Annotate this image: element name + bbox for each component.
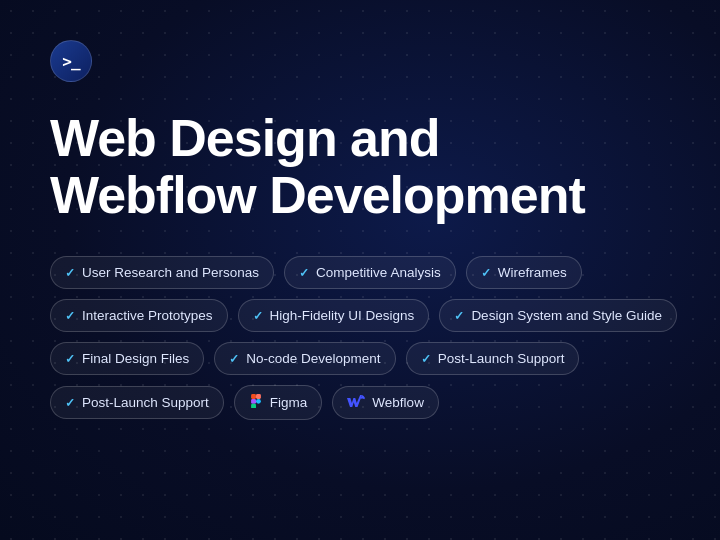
tag-label: Final Design Files — [82, 351, 189, 366]
check-icon: ✓ — [481, 266, 491, 280]
tags-row-0: ✓User Research and Personas✓Competitive … — [50, 256, 670, 289]
check-icon: ✓ — [65, 266, 75, 280]
figma-icon — [249, 394, 263, 411]
tag-item: ✓User Research and Personas — [50, 256, 274, 289]
tag-label: Wireframes — [498, 265, 567, 280]
tag-label: No-code Development — [246, 351, 380, 366]
tag-item: ✓Final Design Files — [50, 342, 204, 375]
tag-label: Design System and Style Guide — [471, 308, 662, 323]
check-icon: ✓ — [253, 309, 263, 323]
tag-item: ✓No-code Development — [214, 342, 395, 375]
tag-label: Competitive Analysis — [316, 265, 441, 280]
check-icon: ✓ — [454, 309, 464, 323]
tag-label: Figma — [270, 395, 308, 410]
tag-label: User Research and Personas — [82, 265, 259, 280]
tag-item: ✓Post-Launch Support — [50, 386, 224, 419]
tag-item: ✓Interactive Prototypes — [50, 299, 228, 332]
check-icon: ✓ — [421, 352, 431, 366]
tag-item: ✓High-Fidelity UI Designs — [238, 299, 430, 332]
tag-label: Post-Launch Support — [438, 351, 565, 366]
logo-icon: >_ — [62, 52, 79, 71]
tag-label: Interactive Prototypes — [82, 308, 213, 323]
main-container: >_ Web Design and Webflow Development ✓U… — [0, 0, 720, 460]
tag-label: Webflow — [372, 395, 424, 410]
svg-rect-1 — [256, 394, 261, 399]
tags-row-1: ✓Interactive Prototypes✓High-Fidelity UI… — [50, 299, 670, 332]
page-title: Web Design and Webflow Development — [50, 110, 670, 224]
tag-item: Webflow — [332, 386, 439, 419]
check-icon: ✓ — [65, 309, 75, 323]
tag-item: ✓Competitive Analysis — [284, 256, 456, 289]
svg-rect-3 — [251, 404, 256, 408]
svg-point-4 — [256, 399, 261, 404]
webflow-icon — [347, 395, 365, 410]
tag-item: ✓Design System and Style Guide — [439, 299, 677, 332]
tags-section: ✓User Research and Personas✓Competitive … — [50, 256, 670, 420]
tag-item: Figma — [234, 385, 323, 420]
tags-row-3: ✓Post-Launch Support Figma Webflow — [50, 385, 670, 420]
logo: >_ — [50, 40, 92, 82]
tag-item: ✓Post-Launch Support — [406, 342, 580, 375]
svg-rect-0 — [251, 394, 256, 399]
check-icon: ✓ — [65, 352, 75, 366]
tag-label: High-Fidelity UI Designs — [270, 308, 415, 323]
tag-item: ✓Wireframes — [466, 256, 582, 289]
svg-rect-2 — [251, 399, 256, 404]
check-icon: ✓ — [65, 396, 75, 410]
check-icon: ✓ — [299, 266, 309, 280]
tags-row-2: ✓Final Design Files✓No-code Development✓… — [50, 342, 670, 375]
check-icon: ✓ — [229, 352, 239, 366]
tag-label: Post-Launch Support — [82, 395, 209, 410]
